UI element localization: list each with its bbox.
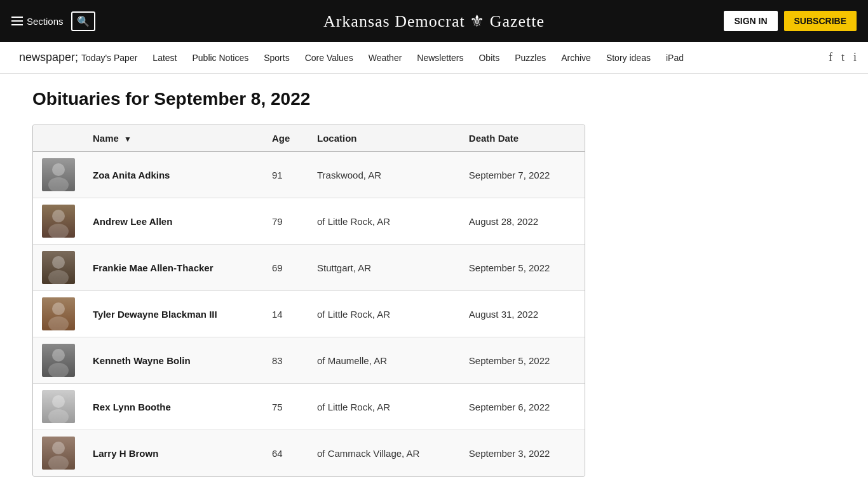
facebook-icon[interactable]: f (829, 51, 832, 64)
obituary-location: of Cammack Village, AR (308, 430, 460, 477)
obituary-photo (42, 158, 75, 191)
svg-point-2 (52, 210, 65, 222)
svg-point-13 (48, 456, 69, 470)
obituary-name[interactable]: Frankie Mae Allen-Thacker (84, 245, 263, 291)
nav-puzzles[interactable]: Puzzles (507, 44, 553, 72)
nav-weather[interactable]: Weather (361, 44, 410, 72)
search-button[interactable]: 🔍 (71, 11, 95, 31)
logo-text-right: Gazette (490, 12, 545, 30)
svg-point-3 (48, 224, 69, 238)
obituary-death-date: August 31, 2022 (460, 291, 585, 337)
svg-point-9 (48, 363, 69, 377)
obituary-age: 69 (263, 245, 308, 291)
photo-cell (33, 245, 84, 291)
obituary-photo (42, 297, 75, 330)
sections-button[interactable]: Sections (11, 16, 64, 27)
obituary-death-date: September 5, 2022 (460, 337, 585, 384)
table-row[interactable]: Andrew Lee Allen79of Little Rock, ARAugu… (33, 198, 585, 245)
svg-point-8 (52, 349, 65, 362)
svg-point-4 (52, 256, 65, 269)
obituary-age: 79 (263, 198, 308, 245)
obituary-name[interactable]: Kenneth Wayne Bolin (84, 337, 263, 384)
table-header-row: Name ▼ Age Location Death Date (33, 125, 585, 152)
obituary-death-date: September 5, 2022 (460, 245, 585, 291)
obituary-death-date: September 6, 2022 (460, 384, 585, 430)
nav-core-values[interactable]: Core Values (297, 44, 361, 72)
svg-point-12 (52, 442, 65, 454)
obituary-location: Stuttgart, AR (308, 245, 460, 291)
svg-point-0 (52, 163, 65, 176)
nav-ipad[interactable]: iPad (658, 44, 691, 72)
photo-cell (33, 198, 84, 245)
col-photo (33, 125, 84, 152)
obituary-age: 83 (263, 337, 308, 384)
col-age: Age (263, 125, 308, 152)
nav-newsletters[interactable]: Newsletters (409, 44, 471, 72)
obituary-photo (42, 390, 75, 423)
obituary-name[interactable]: Andrew Lee Allen (84, 198, 263, 245)
obituary-death-date: September 7, 2022 (460, 152, 585, 198)
table-row[interactable]: Zoa Anita Adkins91Traskwood, ARSeptember… (33, 152, 585, 198)
nav-obits[interactable]: Obits (471, 44, 507, 72)
obituary-age: 75 (263, 384, 308, 430)
table-row[interactable]: Larry H Brown64of Cammack Village, ARSep… (33, 430, 585, 477)
obituary-name[interactable]: Larry H Brown (84, 430, 263, 477)
nav-latest[interactable]: Latest (145, 44, 184, 72)
obituary-death-date: September 3, 2022 (460, 430, 585, 477)
table-row[interactable]: Frankie Mae Allen-Thacker69Stuttgart, AR… (33, 245, 585, 291)
obituary-photo (42, 251, 75, 284)
nav-archive[interactable]: Archive (553, 44, 599, 72)
obituaries-table: Name ▼ Age Location Death Date Zoa Anita… (33, 125, 585, 476)
social-icons: f t i (829, 51, 857, 64)
twitter-icon[interactable]: t (841, 51, 844, 64)
nav-bar: newspaper; Today's Paper Latest Public N… (0, 42, 868, 74)
newspaper-icon: newspaper; (19, 51, 78, 64)
col-death-date: Death Date (460, 125, 585, 152)
sections-label: Sections (27, 16, 64, 27)
nav-sports[interactable]: Sports (256, 44, 297, 72)
photo-cell (33, 430, 84, 477)
nav-public-notices[interactable]: Public Notices (184, 44, 256, 72)
col-location: Location (308, 125, 460, 152)
obituary-age: 14 (263, 291, 308, 337)
svg-point-5 (48, 270, 69, 284)
search-icon: 🔍 (77, 15, 90, 27)
obituary-photo (42, 205, 75, 238)
table-row[interactable]: Rex Lynn Boothe75of Little Rock, ARSepte… (33, 384, 585, 430)
obituary-location: of Little Rock, AR (308, 384, 460, 430)
table-row[interactable]: Tyler Dewayne Blackman III14of Little Ro… (33, 291, 585, 337)
main-content: Obituaries for September 8, 2022 Name ▼ … (21, 74, 847, 488)
obituary-death-date: August 28, 2022 (460, 198, 585, 245)
top-bar-left: Sections 🔍 (11, 11, 95, 31)
obituary-location: of Little Rock, AR (308, 291, 460, 337)
col-name-label: Name (93, 133, 119, 144)
obituary-location: Traskwood, AR (308, 152, 460, 198)
photo-cell (33, 152, 84, 198)
obituary-photo (42, 344, 75, 377)
sort-arrow-icon: ▼ (124, 135, 132, 144)
obituary-age: 64 (263, 430, 308, 477)
hamburger-icon (11, 17, 23, 25)
logo-text-left: Arkansas Democrat (323, 12, 465, 30)
top-bar: Sections 🔍 Arkansas Democrat ⚜ Gazette S… (0, 0, 868, 42)
instagram-icon[interactable]: i (853, 51, 857, 64)
nav-story-ideas[interactable]: Story ideas (599, 44, 658, 72)
svg-point-7 (48, 316, 69, 330)
nav-todays-paper[interactable]: newspaper; Today's Paper (11, 42, 145, 73)
col-name[interactable]: Name ▼ (84, 125, 263, 152)
obituary-location: of Little Rock, AR (308, 198, 460, 245)
sign-in-button[interactable]: SIGN IN (724, 11, 777, 31)
obituary-photo (42, 437, 75, 470)
obituary-name[interactable]: Rex Lynn Boothe (84, 384, 263, 430)
obituary-age: 91 (263, 152, 308, 198)
photo-cell (33, 291, 84, 337)
logo-emblem: ⚜ (470, 12, 485, 30)
table-row[interactable]: Kenneth Wayne Bolin83of Maumelle, ARSept… (33, 337, 585, 384)
subscribe-button[interactable]: SUBSCRIBE (784, 11, 857, 31)
obituary-name[interactable]: Tyler Dewayne Blackman III (84, 291, 263, 337)
nav-links: newspaper; Today's Paper Latest Public N… (11, 42, 691, 73)
obituary-name[interactable]: Zoa Anita Adkins (84, 152, 263, 198)
site-logo[interactable]: Arkansas Democrat ⚜ Gazette (323, 11, 545, 31)
photo-cell (33, 384, 84, 430)
top-bar-right: SIGN IN SUBSCRIBE (724, 11, 857, 31)
